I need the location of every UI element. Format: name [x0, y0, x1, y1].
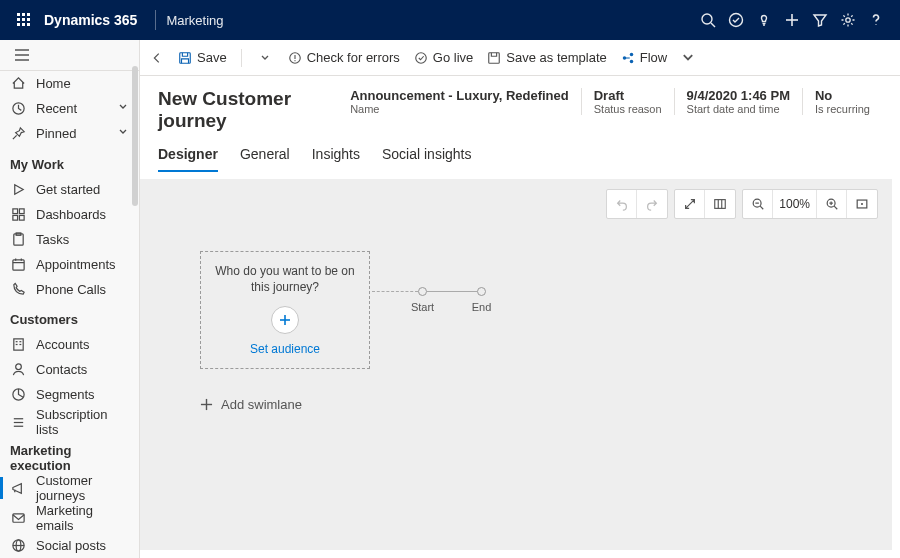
top-separator — [155, 10, 156, 30]
svg-rect-3 — [17, 18, 20, 21]
minimap-icon[interactable] — [705, 190, 735, 218]
help-icon[interactable] — [862, 0, 890, 40]
end-node[interactable] — [477, 287, 486, 296]
chevron-down-icon — [117, 126, 129, 141]
home-icon — [10, 76, 26, 91]
page-title: New Customer journey — [158, 88, 350, 132]
phone-icon — [10, 282, 26, 297]
globe-icon — [10, 538, 26, 553]
pin-icon — [10, 126, 26, 141]
add-audience-button[interactable] — [271, 306, 299, 334]
set-audience-link[interactable]: Set audience — [250, 342, 320, 356]
sidebar-item-phone-calls[interactable]: Phone Calls — [0, 277, 139, 302]
sidebar-heading-execution: Marketing execution — [0, 443, 139, 473]
sidebar-item-subscription-lists[interactable]: Subscription lists — [0, 407, 139, 437]
sidebar-item-segments[interactable]: Segments — [0, 382, 139, 407]
audience-question: Who do you want to be on this journey? — [209, 264, 361, 295]
brand-name[interactable]: Dynamics 365 — [44, 12, 137, 28]
sidebar-item-label: Home — [36, 76, 71, 91]
sidebar-scrollbar[interactable] — [132, 66, 138, 206]
flow-label: Flow — [640, 50, 667, 65]
lightbulb-icon[interactable] — [750, 0, 778, 40]
sidebar-item-get-started[interactable]: Get started — [0, 177, 139, 202]
zoom-out-button[interactable] — [743, 190, 773, 218]
header-field-status[interactable]: DraftStatus reason — [581, 88, 674, 115]
sidebar-toggle[interactable] — [0, 40, 139, 71]
sidebar-item-contacts[interactable]: Contacts — [0, 357, 139, 382]
audience-tile[interactable]: Who do you want to be on this journey? S… — [200, 251, 370, 369]
redo-button[interactable] — [637, 190, 667, 218]
plus-icon[interactable] — [778, 0, 806, 40]
expand-icon[interactable] — [675, 190, 705, 218]
designer-canvas[interactable]: 100% Who do you want to be on this journ… — [140, 179, 892, 550]
sidebar-item-home[interactable]: Home — [0, 71, 139, 96]
svg-point-65 — [861, 203, 863, 205]
sidebar-item-customer-journeys[interactable]: Customer journeys — [0, 473, 139, 503]
sidebar-item-label: Social posts — [36, 538, 106, 553]
svg-rect-24 — [12, 215, 17, 220]
record-header: New Customer journey Announcement - Luxu… — [140, 76, 900, 132]
go-live-label: Go live — [433, 50, 473, 65]
building-icon — [10, 337, 26, 352]
filter-icon[interactable] — [806, 0, 834, 40]
zoom-level[interactable]: 100% — [773, 190, 817, 218]
svg-rect-51 — [489, 52, 500, 63]
back-button[interactable] — [150, 51, 164, 65]
app-launcher-icon[interactable] — [10, 13, 38, 27]
sidebar-item-label: Tasks — [36, 232, 69, 247]
start-node[interactable] — [418, 287, 427, 296]
sidebar-heading-customers: Customers — [0, 308, 139, 333]
gear-icon[interactable] — [834, 0, 862, 40]
save-split-chevron[interactable] — [256, 53, 274, 63]
svg-point-37 — [15, 364, 21, 370]
svg-rect-23 — [19, 209, 24, 214]
chevron-down-icon — [117, 101, 129, 116]
tab-bar: Designer General Insights Social insight… — [140, 132, 900, 173]
sidebar-heading-mywork: My Work — [0, 152, 139, 177]
sidebar-item-label: Segments — [36, 387, 95, 402]
sidebar-item-appointments[interactable]: Appointments — [0, 252, 139, 277]
calendar-icon — [10, 257, 26, 272]
clock-icon — [10, 101, 26, 116]
tab-insights[interactable]: Insights — [312, 146, 360, 172]
check-errors-button[interactable]: Check for errors — [288, 50, 400, 65]
tab-social-insights[interactable]: Social insights — [382, 146, 472, 172]
task-check-icon[interactable] — [722, 0, 750, 40]
header-field-recurring[interactable]: NoIs recurring — [802, 88, 882, 115]
add-swimlane-button[interactable]: Add swimlane — [200, 397, 302, 412]
svg-rect-28 — [12, 259, 23, 269]
sidebar-item-marketing-emails[interactable]: Marketing emails — [0, 503, 139, 533]
sidebar-item-social-posts[interactable]: Social posts — [0, 533, 139, 558]
sidebar-item-accounts[interactable]: Accounts — [0, 332, 139, 357]
undo-button[interactable] — [607, 190, 637, 218]
sidebar-item-label: Marketing emails — [36, 503, 129, 533]
go-live-button[interactable]: Go live — [414, 50, 473, 65]
svg-rect-32 — [13, 339, 22, 350]
sidebar-item-pinned[interactable]: Pinned — [0, 121, 139, 146]
mail-icon — [10, 511, 26, 526]
save-label: Save — [197, 50, 227, 65]
search-icon[interactable] — [694, 0, 722, 40]
journey-flow: Start End — [372, 287, 486, 296]
list-icon — [10, 415, 26, 430]
svg-rect-7 — [22, 23, 25, 26]
tab-designer[interactable]: Designer — [158, 146, 218, 172]
svg-point-17 — [875, 24, 876, 25]
svg-rect-55 — [625, 57, 629, 58]
sidebar-item-tasks[interactable]: Tasks — [0, 227, 139, 252]
sidebar-item-recent[interactable]: Recent — [0, 96, 139, 121]
svg-rect-1 — [22, 13, 25, 16]
save-button[interactable]: Save — [178, 50, 227, 65]
tab-general[interactable]: General — [240, 146, 290, 172]
sidebar-item-label: Recent — [36, 101, 77, 116]
header-field-name[interactable]: Announcement - Luxury, RedefinedName — [350, 88, 581, 115]
zoom-in-button[interactable] — [817, 190, 847, 218]
header-field-start-date[interactable]: 9/4/2020 1:46 PMStart date and time — [674, 88, 802, 115]
svg-point-54 — [630, 59, 634, 63]
sidebar-item-dashboards[interactable]: Dashboards — [0, 202, 139, 227]
app-name[interactable]: Marketing — [166, 13, 223, 28]
save-as-template-button[interactable]: Save as template — [487, 50, 606, 65]
flow-button[interactable]: Flow — [621, 50, 695, 65]
clipboard-icon — [10, 232, 26, 247]
fit-to-screen-button[interactable] — [847, 190, 877, 218]
